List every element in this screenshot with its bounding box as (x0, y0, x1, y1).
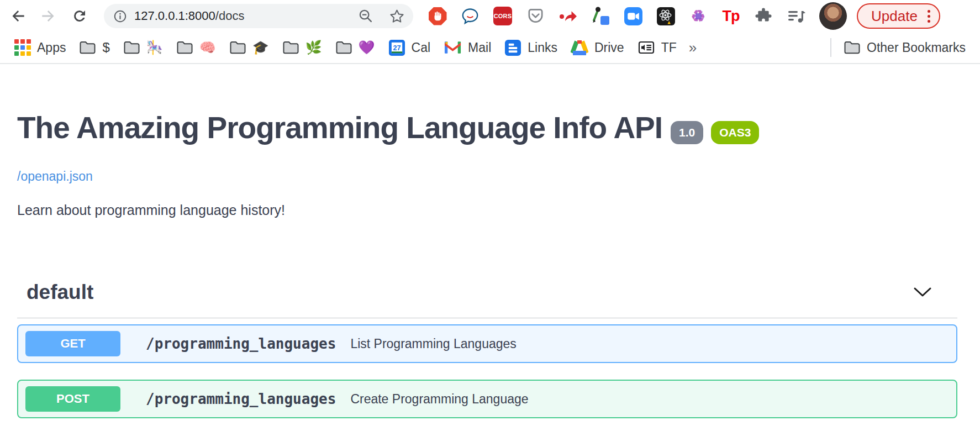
section-default-header[interactable]: default (17, 281, 957, 318)
other-bookmarks[interactable]: Other Bookmarks (837, 40, 972, 55)
links-list-icon (504, 39, 521, 56)
other-bookmarks-group: Other Bookmarks (825, 38, 972, 57)
extensions-row: CORS ♻ Tp (428, 6, 806, 26)
svg-text:27: 27 (393, 44, 401, 52)
folder-icon (229, 40, 246, 55)
get-method-badge: GET (25, 331, 120, 356)
bookmark-tf[interactable]: TF (631, 39, 683, 56)
endpoint-post-programming-languages[interactable]: POST /programming_languages Create Progr… (17, 380, 957, 418)
openapi-spec-link[interactable]: /openapi.json (17, 169, 93, 184)
api-title-row: The Amazing Programming Language Info AP… (17, 109, 957, 146)
folder-icon (335, 40, 352, 55)
bookmark-calendar[interactable]: 27 Cal (382, 39, 438, 56)
cors-extension-icon[interactable]: CORS (493, 6, 513, 26)
toucan-tp-icon[interactable]: Tp (721, 6, 741, 26)
gmail-icon (444, 40, 462, 55)
endpoint-get-programming-languages[interactable]: GET /programming_languages List Programm… (17, 324, 957, 363)
endpoint-path: /programming_languages (146, 391, 336, 407)
endpoint-summary: Create Programming Language (350, 392, 528, 407)
folder-icon (123, 40, 140, 55)
page-title: The Amazing Programming Language Info AP… (17, 109, 662, 146)
bookmark-folder-graduation[interactable]: 🎓 (223, 40, 276, 55)
chevron-down-icon[interactable] (913, 287, 932, 298)
address-bar[interactable]: 127.0.0.1:8000/docs (104, 4, 413, 28)
bookmark-folder-brain[interactable]: 🧠 (170, 40, 223, 55)
bookmark-links[interactable]: Links (498, 39, 564, 56)
update-button[interactable]: Update (857, 3, 940, 29)
back-arrow-icon (8, 7, 27, 25)
forward-arrow-icon (39, 7, 58, 25)
endpoint-path: /programming_languages (146, 335, 336, 352)
bookmark-folder-carousel[interactable]: 🎠 (117, 40, 170, 55)
oas3-badge: OAS3 (711, 121, 759, 144)
react-devtools-icon[interactable] (656, 6, 676, 26)
toolbar-page-divider (0, 63, 980, 64)
folder-icon (844, 40, 861, 55)
bookmarks-bar: Apps $ 🎠 🧠 🎓 🌿 💜 27 Cal Mail Links Drive (0, 32, 980, 63)
bookmark-gmail[interactable]: Mail (437, 40, 498, 55)
section-title: default (27, 281, 93, 303)
adblock-stop-hand-icon[interactable] (428, 6, 447, 26)
version-badge: 1.0 (671, 121, 703, 144)
api-badges: 1.0 OAS3 (671, 121, 759, 144)
folder-icon (282, 40, 299, 55)
site-info-icon[interactable] (113, 9, 128, 24)
extensions-puzzle-icon[interactable] (754, 6, 773, 26)
bookmarks-divider (830, 38, 831, 57)
back-button[interactable] (7, 5, 29, 27)
bookmark-folder-herb[interactable]: 🌿 (276, 40, 329, 55)
apps-grid-icon (14, 39, 31, 56)
media-queue-icon[interactable] (786, 6, 806, 26)
bookmarks-overflow-chevron[interactable]: » (683, 39, 702, 56)
bookmark-drive[interactable]: Drive (564, 40, 631, 55)
redo-arrow-extension-icon[interactable] (558, 6, 578, 26)
google-calendar-icon: 27 (388, 39, 405, 56)
tf-news-icon (637, 39, 655, 56)
forward-button[interactable] (38, 5, 60, 27)
bookmark-apps[interactable]: Apps (8, 39, 72, 56)
reload-icon (71, 7, 88, 25)
post-method-badge: POST (25, 386, 120, 412)
browser-toolbar: 127.0.0.1:8000/docs CORS (0, 0, 980, 32)
zoom-out-icon[interactable] (357, 8, 374, 24)
url-text[interactable]: 127.0.0.1:8000/docs (134, 9, 357, 23)
zoom-app-icon[interactable] (623, 6, 643, 26)
folder-icon (79, 40, 96, 55)
endpoint-summary: List Programming Languages (350, 337, 516, 351)
folder-icon (176, 40, 193, 55)
browser-menu-kebab-icon[interactable] (928, 10, 930, 23)
profile-avatar[interactable] (819, 2, 847, 30)
color-picker-extension-icon[interactable] (591, 6, 610, 26)
bookmark-star-icon[interactable] (388, 8, 405, 25)
swagger-docs-page: The Amazing Programming Language Info AP… (0, 109, 980, 418)
reload-button[interactable] (69, 5, 91, 27)
pocket-icon[interactable] (525, 6, 545, 26)
recycle-extension-icon[interactable]: ♻ (688, 6, 708, 26)
google-drive-icon (571, 40, 588, 55)
api-description: Learn about programming language history… (17, 202, 957, 218)
bookmark-folder-dollar[interactable]: $ (72, 40, 116, 55)
chat-bubble-icon[interactable] (460, 6, 480, 26)
bookmark-folder-heart[interactable]: 💜 (329, 40, 382, 55)
